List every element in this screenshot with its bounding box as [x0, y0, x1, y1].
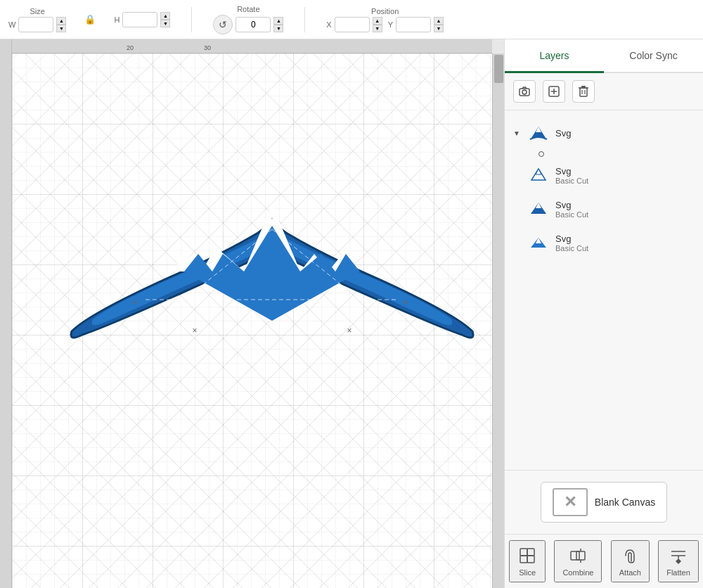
svg-text:·: · [271, 213, 273, 223]
slice-icon [517, 546, 537, 565]
layer-group-info: Svg [555, 128, 695, 139]
layer-item-1[interactable]: Svg Basic Cut [505, 158, 703, 192]
divider1 [191, 7, 192, 32]
y-up-btn[interactable]: ▲ [434, 17, 444, 25]
layer-item-1-sub: Basic Cut [555, 177, 695, 185]
height-up-btn[interactable]: ▲ [160, 12, 170, 20]
svg-text:×: × [132, 298, 137, 307]
rotate-btn[interactable]: ↺ [213, 15, 233, 34]
layer-item-1-thumb [527, 164, 550, 186]
position-label: Position [371, 7, 399, 15]
y-down-btn[interactable]: ▼ [434, 25, 444, 32]
rotate-up-btn[interactable]: ▲ [273, 17, 283, 25]
layer-item-1-info: Svg Basic Cut [555, 166, 695, 185]
layer-item-3-info: Svg Basic Cut [555, 234, 695, 253]
slice-label: Slice [519, 568, 536, 577]
attach-label: Attach [619, 568, 641, 577]
h-label: H [114, 15, 120, 24]
blank-canvas-btn[interactable]: ✕ Blank Canvas [541, 482, 667, 523]
attach-icon [620, 546, 640, 565]
height-input[interactable] [122, 12, 157, 27]
layer-group-thumb [527, 122, 550, 144]
layer-group-name: Svg [555, 128, 695, 139]
layer-item-3-sub: Basic Cut [555, 244, 695, 253]
y-label: Y [388, 20, 393, 29]
layers-list: ▼ Svg [505, 110, 703, 470]
top-toolbar: Size W ▲ ▼ 🔒 H ▲ ▼ Rotate ↺ ▲ [0, 0, 703, 39]
layer-item-3-name: Svg [555, 234, 695, 244]
position-input-row: X ▲ ▼ Y ▲ ▼ [326, 17, 444, 32]
layer-item-2-thumb [527, 198, 550, 220]
ruler-vertical [0, 39, 12, 588]
rotate-input[interactable] [236, 17, 271, 32]
svg-marker-23 [536, 127, 541, 132]
divider2 [304, 7, 305, 32]
layer-item-2[interactable]: Svg Basic Cut [505, 192, 703, 226]
svg-marker-27 [536, 203, 541, 208]
scrollbar-thumb[interactable] [494, 55, 503, 83]
svg-rect-32 [520, 556, 527, 563]
x-down-btn[interactable]: ▼ [373, 25, 382, 32]
layer-item-3[interactable]: Svg Basic Cut [505, 226, 703, 260]
tab-colorsync[interactable]: Color Sync [604, 39, 703, 73]
rotate-input-row: ↺ ▲ ▼ [213, 15, 283, 34]
blank-canvas-label: Blank Canvas [595, 497, 655, 508]
y-input[interactable] [396, 17, 431, 32]
svg-rect-35 [576, 551, 585, 560]
layer-group-row[interactable]: ▼ Svg [505, 116, 703, 150]
position-group: Position X ▲ ▼ Y ▲ ▼ [326, 7, 444, 32]
delete-layer-btn[interactable] [572, 80, 595, 103]
svg-rect-30 [520, 549, 527, 556]
flatten-label: Flatten [666, 568, 690, 577]
x-label: X [326, 20, 331, 29]
layer-item-3-thumb [527, 231, 550, 254]
size-label: Size [30, 7, 44, 15]
svg-rect-17 [580, 88, 587, 96]
layer-indicator-row [505, 150, 703, 158]
combine-btn[interactable]: Combine [554, 540, 602, 582]
panel-bottom: ✕ Blank Canvas Slice [505, 470, 703, 588]
layer-indicator [538, 151, 544, 157]
rotate-group: Rotate ↺ ▲ ▼ [213, 5, 283, 34]
size-input-row: W ▲ ▼ [8, 17, 66, 32]
blank-canvas-thumb: ✕ [553, 488, 588, 516]
combine-label: Combine [562, 568, 593, 577]
svg-rect-31 [527, 549, 534, 556]
layer-item-2-info: Svg Basic Cut [555, 200, 695, 219]
chevron-down-icon: ▼ [513, 129, 522, 137]
right-panel: Layers Color Sync [504, 39, 703, 588]
lock-icon[interactable]: 🔒 [83, 13, 97, 27]
svg-marker-3 [184, 226, 360, 321]
attach-btn[interactable]: Attach [611, 540, 650, 582]
tab-layers[interactable]: Layers [505, 39, 604, 73]
width-down-btn[interactable]: ▼ [56, 25, 66, 32]
flatten-btn[interactable]: Flatten [658, 540, 699, 582]
flatten-icon [669, 546, 688, 565]
layer-item-2-sub: Basic Cut [555, 210, 695, 219]
panel-canvas-area: ✕ Blank Canvas [505, 471, 703, 534]
height-down-btn[interactable]: ▼ [160, 20, 170, 27]
x-up-btn[interactable]: ▲ [373, 17, 382, 25]
y-spinners: ▲ ▼ [434, 17, 444, 32]
panel-toolbar [505, 73, 703, 110]
svg-text:×: × [403, 298, 408, 307]
svg-point-13 [522, 90, 527, 94]
vertical-scrollbar[interactable] [492, 53, 504, 588]
grid-canvas[interactable]: × × · × × [12, 53, 492, 588]
rotate-down-btn[interactable]: ▼ [273, 25, 283, 32]
add-layer-btn[interactable] [543, 80, 565, 103]
svg-element[interactable]: × × · × × [61, 124, 483, 352]
panel-actions: Slice Combine [505, 534, 703, 588]
blank-canvas-x-icon: ✕ [564, 493, 576, 511]
size-group: Size W ▲ ▼ [8, 7, 66, 32]
slice-btn[interactable]: Slice [509, 540, 546, 582]
camera-btn[interactable] [513, 80, 536, 103]
rotate-spinners: ▲ ▼ [273, 17, 283, 32]
x-input[interactable] [335, 17, 370, 32]
svg-rect-34 [571, 551, 579, 560]
width-up-btn[interactable]: ▲ [56, 17, 66, 25]
ruler-horizontal: 20 30 [0, 39, 492, 53]
width-input[interactable] [18, 17, 53, 32]
canvas-area[interactable]: 20 30 [0, 39, 504, 588]
width-spinners: ▲ ▼ [56, 17, 66, 32]
